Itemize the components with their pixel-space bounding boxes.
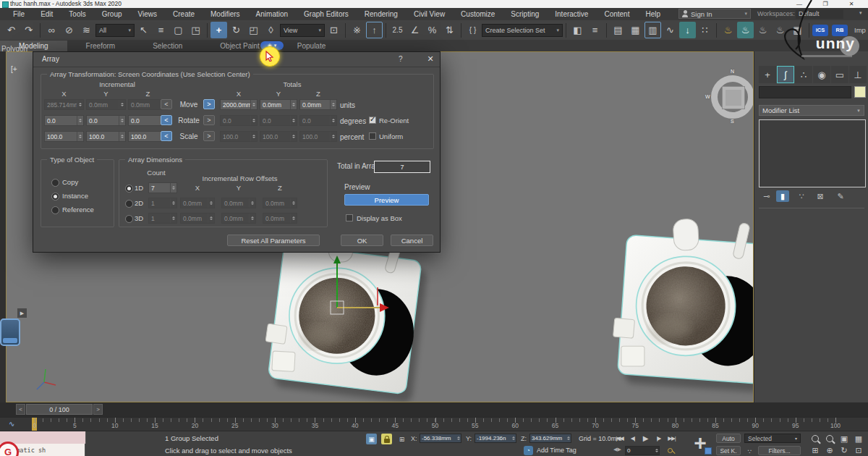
align-icon[interactable]: ≡ xyxy=(587,22,603,38)
add-time-tag-icon[interactable]: ◔ xyxy=(524,446,533,455)
viewcube-west[interactable]: W xyxy=(705,94,710,99)
offset-3d-y-field[interactable]: 0.0mm xyxy=(221,213,256,224)
workspace-dropdown[interactable]: Default xyxy=(796,9,843,19)
offset-2d-y-field[interactable]: 0.0mm xyxy=(221,198,256,208)
menu-rendering[interactable]: Rendering xyxy=(357,10,406,18)
selection-lock-icon[interactable] xyxy=(381,434,392,444)
help-button[interactable]: ? xyxy=(399,55,403,63)
scale-inc-x-field[interactable]: 100.0 xyxy=(44,131,84,142)
offset-2d-x-field[interactable]: 0.0mm xyxy=(180,198,215,208)
add-time-tag[interactable]: Add Time Tag xyxy=(537,447,576,454)
move-inc-x-field[interactable]: 285.714mm xyxy=(44,99,84,110)
reset-all-parameters-button[interactable]: Reset All Parameters xyxy=(227,235,320,246)
offset-2d-z-field[interactable]: 0.0mm xyxy=(263,198,297,208)
angle-snap-icon[interactable]: ∠ xyxy=(407,22,423,38)
x-coord-field[interactable]: -56.338mm xyxy=(420,434,461,443)
named-selection-sets-icon[interactable]: { } xyxy=(464,22,481,38)
tab-selection[interactable]: Selection xyxy=(134,41,201,51)
minimize-button[interactable]: — xyxy=(790,0,809,8)
offset-3d-z-field[interactable]: 0.0mm xyxy=(263,213,297,224)
menu-scripting[interactable]: Scripting xyxy=(503,10,547,18)
key-filters-button[interactable]: Filters... xyxy=(758,446,801,455)
dim-2d-radio[interactable] xyxy=(125,200,133,208)
rotate-tot-z-field[interactable]: 0.0 xyxy=(299,115,337,126)
pin-stack-icon[interactable]: ⊸ xyxy=(760,190,773,202)
ics-badge[interactable]: iCS xyxy=(812,25,828,36)
move-tot-y-field[interactable]: 0.0mm xyxy=(260,99,297,110)
cancel-button[interactable]: Cancel xyxy=(391,235,433,246)
tab-motion-icon[interactable]: ◉ xyxy=(813,66,830,83)
select-object-icon[interactable]: ↖ xyxy=(135,22,152,38)
maximize-viewport-icon[interactable]: ⊡ xyxy=(852,444,865,456)
count-3d-field[interactable]: 1 xyxy=(148,213,177,224)
rotate-inc-y-field[interactable]: 0.0 xyxy=(86,115,126,126)
viewcube[interactable]: N E S W xyxy=(701,65,754,129)
layer-manager-icon[interactable]: ▤ xyxy=(610,22,626,38)
zoom-extents-icon[interactable]: ▣ xyxy=(838,433,851,444)
tab-freeform[interactable]: Freeform xyxy=(67,41,135,51)
viewcube-face[interactable] xyxy=(722,86,745,109)
tab-hierarchy-icon[interactable]: ∴ xyxy=(795,66,812,83)
frame-number-field[interactable]: 0 xyxy=(625,446,660,455)
uniform-checkbox[interactable] xyxy=(369,132,376,140)
go-to-start-button[interactable]: |◀◀ xyxy=(613,433,626,444)
quad-menu-sets-icon[interactable]: ▦ xyxy=(789,22,806,38)
render-setup-icon[interactable]: ♨ xyxy=(720,22,736,38)
rect-region-icon[interactable]: ▢ xyxy=(170,22,187,38)
snap-toggle-icon[interactable]: 2.5 xyxy=(389,22,406,38)
object-name-field[interactable] xyxy=(759,86,851,98)
schematic-view-icon[interactable]: ↓ xyxy=(679,22,696,38)
select-by-name-icon[interactable]: ≡ xyxy=(153,22,169,38)
keyboard-override-icon[interactable]: ↑ xyxy=(366,22,383,38)
key-filters-icon[interactable]: ∵ xyxy=(744,446,755,456)
menu-file[interactable]: File xyxy=(5,10,33,18)
rendered-frame-icon[interactable]: ♨ xyxy=(737,22,754,38)
select-place-icon[interactable]: ◊ xyxy=(263,22,279,38)
scale-tot-x-field[interactable]: 100.0 xyxy=(220,131,258,142)
window-crossing-icon[interactable]: ◳ xyxy=(187,22,204,38)
select-scale-icon[interactable]: ◰ xyxy=(245,22,262,38)
tab-populate[interactable]: Populate xyxy=(278,41,344,51)
menu-create[interactable]: Create xyxy=(165,10,203,18)
move-inc-arrow-button[interactable]: < xyxy=(161,99,172,109)
modifier-list-dropdown[interactable]: Modifier List ▼ xyxy=(759,105,864,116)
count-1d-field[interactable]: 7 xyxy=(148,182,177,193)
select-link-icon[interactable]: ∞ xyxy=(43,22,60,38)
rotate-tot-x-field[interactable]: 0.0 xyxy=(220,115,258,126)
play-button[interactable]: ▶ xyxy=(639,433,652,444)
move-tot-z-field[interactable]: 0.0mm xyxy=(299,99,337,110)
scale-inc-y-field[interactable]: 100.0 xyxy=(86,131,126,142)
reference-coord-dropdown[interactable]: View▾ xyxy=(280,24,325,37)
zoom-all-icon[interactable] xyxy=(823,433,836,444)
scale-inc-arrow-button[interactable]: < xyxy=(161,131,172,141)
modifier-stack[interactable] xyxy=(759,119,866,187)
viewport-layout-thumb[interactable] xyxy=(0,318,20,346)
scale-tot-arrow-button[interactable]: > xyxy=(203,131,215,141)
select-manipulate-icon[interactable]: ※ xyxy=(349,22,365,38)
percent-snap-icon[interactable]: % xyxy=(424,22,441,38)
orbit-icon[interactable]: ↻ xyxy=(838,444,851,456)
rb-badge[interactable]: RB xyxy=(832,25,848,36)
selection-filter-dropdown[interactable]: All▾ xyxy=(95,24,135,37)
pan-icon[interactable]: ⊕ xyxy=(823,444,836,456)
frame-arrows-icon[interactable]: ◀▶ xyxy=(613,447,621,452)
curve-editor-icon[interactable]: ∿ xyxy=(662,22,678,38)
maximize-button[interactable]: ❐ xyxy=(816,0,835,8)
menu-views[interactable]: Views xyxy=(130,10,166,18)
rotate-inc-x-field[interactable]: 0.0 xyxy=(44,115,84,126)
key-icon[interactable] xyxy=(665,446,675,455)
copy-radio[interactable] xyxy=(51,179,59,187)
object-color-swatch[interactable] xyxy=(854,86,866,98)
menu-edit[interactable]: Edit xyxy=(33,10,61,18)
zoom-extents-all-icon[interactable]: ▦ xyxy=(852,433,865,444)
dialog-close-button[interactable]: ✕ xyxy=(424,54,437,64)
isolate-toggle-icon[interactable]: ▣ xyxy=(366,434,377,444)
count-2d-field[interactable]: 1 xyxy=(148,198,177,208)
preview-button[interactable]: Preview xyxy=(344,194,429,206)
viewcube-south[interactable]: S xyxy=(731,119,734,124)
render-production-icon[interactable]: ♨ xyxy=(754,22,771,38)
remove-modifier-icon[interactable]: ⊠ xyxy=(814,190,827,202)
configure-modifier-sets-icon[interactable]: ✎ xyxy=(834,190,847,202)
dim-3d-radio[interactable] xyxy=(125,215,133,223)
ribbon-toggle-icon[interactable]: ▥ xyxy=(644,22,661,38)
